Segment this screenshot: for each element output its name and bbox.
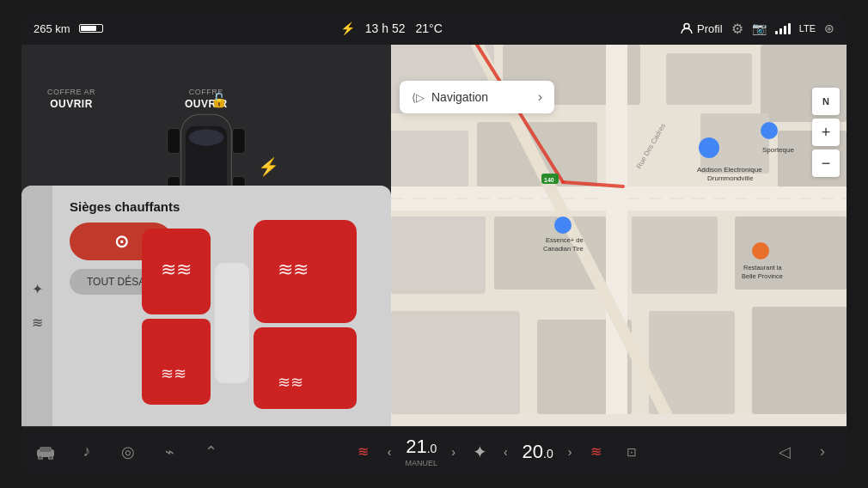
heated-seats-panel: ✦ ≋ Sièges chauffants ⊙ TOUT DÉSACTIVER <box>21 186 391 426</box>
time-display: 13 h 52 <box>365 21 406 35</box>
svg-text:Drummondville: Drummondville <box>707 174 754 182</box>
nav-label-group: ⟨▷ Navigation <box>412 90 488 104</box>
right-temp-display: 20.0 <box>517 441 559 463</box>
rear-heat-btn[interactable]: ⊡ <box>616 436 647 467</box>
more-icon: › <box>820 442 825 461</box>
zoom-in-button[interactable]: + <box>812 119 840 146</box>
music-icon: ♪ <box>83 442 91 461</box>
tesla-screen: 265 km ⚡ 13 h 52 21°C Profil ⚙ 📷 <box>21 12 847 476</box>
battery-indicator <box>79 24 103 33</box>
svg-text:≋≋: ≋≋ <box>278 259 309 280</box>
right-temp-unit: .0 <box>543 447 553 461</box>
svg-rect-31 <box>632 217 718 294</box>
svg-rect-4 <box>232 128 245 153</box>
profile-label: Profil <box>697 22 723 35</box>
compass-button[interactable]: N <box>812 88 840 115</box>
left-heat-btn[interactable]: ≋ <box>348 436 379 467</box>
volume-icon: ◁ <box>779 442 791 461</box>
status-bar: 265 km ⚡ 13 h 52 21°C Profil ⚙ 📷 <box>21 12 847 45</box>
right-heat-btn[interactable]: ≋ <box>580 436 611 467</box>
left-temp-display: 21.0 <box>400 436 443 458</box>
temperature-display: 21°C <box>416 21 443 35</box>
bluetooth-icon[interactable]: ⊛ <box>824 21 834 35</box>
profile-icon <box>680 21 694 35</box>
left-temp-value: 21 <box>406 436 426 457</box>
svg-rect-33 <box>391 311 520 414</box>
rear-heat-icon: ⊡ <box>627 445 637 459</box>
volume-icon-btn[interactable]: ◁ <box>769 436 800 467</box>
charge-icon: ⚡ <box>258 156 279 177</box>
svg-text:Essence+ de: Essence+ de <box>546 236 584 244</box>
fan-icon-center: ✦ <box>473 442 487 462</box>
car-icon-btn[interactable] <box>30 436 61 467</box>
lte-signal <box>775 23 791 34</box>
map-controls: N + − <box>812 88 840 177</box>
left-temp-up-btn[interactable]: › <box>448 442 459 462</box>
svg-point-59 <box>39 455 43 460</box>
left-temp-group: 21.0 MANUEL <box>400 436 443 467</box>
svg-rect-23 <box>666 53 752 105</box>
svg-point-53 <box>752 242 769 259</box>
trunk-rear-label: COFFRE AR OUVRIR <box>47 88 95 110</box>
temp-mode-label: MANUEL <box>406 459 438 467</box>
fan-icon[interactable]: ✦ <box>32 281 43 297</box>
profile-button[interactable]: Profil <box>680 21 723 35</box>
svg-point-48 <box>761 122 778 139</box>
seat-side-controls: ✦ ≋ <box>21 186 52 426</box>
taskbar-left: ♪ ◎ ⌁ ⌃ <box>30 436 226 467</box>
svg-rect-17 <box>254 357 357 409</box>
nav-icon-btn[interactable]: ⌃ <box>195 436 226 467</box>
left-temp-down-btn[interactable]: ‹ <box>384 442 395 462</box>
settings-icon[interactable]: ⚙ <box>731 21 743 37</box>
right-temp-up-btn[interactable]: › <box>565 442 576 462</box>
navigation-dropdown[interactable]: ⟨▷ Navigation › <box>400 81 554 113</box>
svg-text:≋≋: ≋≋ <box>161 259 192 280</box>
zoom-out-button[interactable]: − <box>812 149 840 177</box>
right-temp-down-btn[interactable]: ‹ <box>500 442 511 462</box>
right-temp-group: 20.0 <box>517 441 559 463</box>
svg-rect-39 <box>606 45 627 414</box>
lock-icon[interactable]: 🔓 <box>211 92 228 108</box>
navigation-icon: ⟨▷ <box>412 91 425 104</box>
svg-rect-58 <box>40 447 52 452</box>
map-panel: 140 Addison Electronique Drummondville S… <box>391 45 847 426</box>
phone-icon: ⌁ <box>165 442 174 461</box>
phone-icon-btn[interactable]: ⌁ <box>154 436 185 467</box>
navigation-chevron: › <box>538 89 542 105</box>
right-temp-value: 20 <box>523 441 543 462</box>
svg-text:≋≋: ≋≋ <box>161 365 186 382</box>
svg-text:Sporteque: Sporteque <box>762 146 794 154</box>
media-icon-btn[interactable]: ◎ <box>113 436 144 467</box>
fan-center-btn[interactable]: ✦ <box>464 436 495 467</box>
range-display: 265 km <box>34 22 70 35</box>
taskbar-center: ≋ ‹ 21.0 MANUEL › ✦ ‹ 20.0 › <box>348 436 648 467</box>
music-icon-btn[interactable]: ♪ <box>71 436 102 467</box>
svg-point-7 <box>189 129 224 145</box>
charging-indicator-icon: ⚡ <box>340 21 355 35</box>
status-left: 265 km <box>34 22 103 35</box>
svg-rect-36 <box>752 307 847 414</box>
main-area: COFFRE AR OUVRIR COFFRE OUVRIR 🔓 <box>21 45 847 426</box>
svg-text:140: 140 <box>544 177 554 183</box>
nav-small-icon: ⌃ <box>205 442 217 461</box>
svg-text:Canadian Tire: Canadian Tire <box>543 245 584 253</box>
svg-rect-29 <box>391 217 486 294</box>
battery-fill <box>81 26 96 31</box>
more-icon-btn[interactable]: › <box>807 436 838 467</box>
trunk-rear-open-btn[interactable]: OUVRIR <box>47 98 95 110</box>
svg-text:Addison Electronique: Addison Electronique <box>697 166 762 174</box>
navigation-text: Navigation <box>431 90 488 104</box>
heat-waves-icon[interactable]: ≋ <box>32 314 43 331</box>
right-heat-icon: ≋ <box>590 443 602 460</box>
svg-point-45 <box>699 137 719 158</box>
status-right: Profil ⚙ 📷 LTE ⊛ <box>680 21 834 37</box>
status-center: ⚡ 13 h 52 21°C <box>340 21 443 35</box>
svg-rect-19 <box>215 263 249 383</box>
trunk-rear-sublabel: COFFRE AR <box>47 88 95 96</box>
seat-visualization: ≋≋ ≋≋ ≋≋ ≋≋ <box>133 211 374 418</box>
media-icon: ◎ <box>121 442 135 461</box>
left-panel: COFFRE AR OUVRIR COFFRE OUVRIR 🔓 <box>21 45 391 426</box>
camera-icon[interactable]: 📷 <box>752 21 767 35</box>
svg-text:Belle Province: Belle Province <box>742 272 783 280</box>
svg-text:Restaurant la: Restaurant la <box>743 264 782 271</box>
